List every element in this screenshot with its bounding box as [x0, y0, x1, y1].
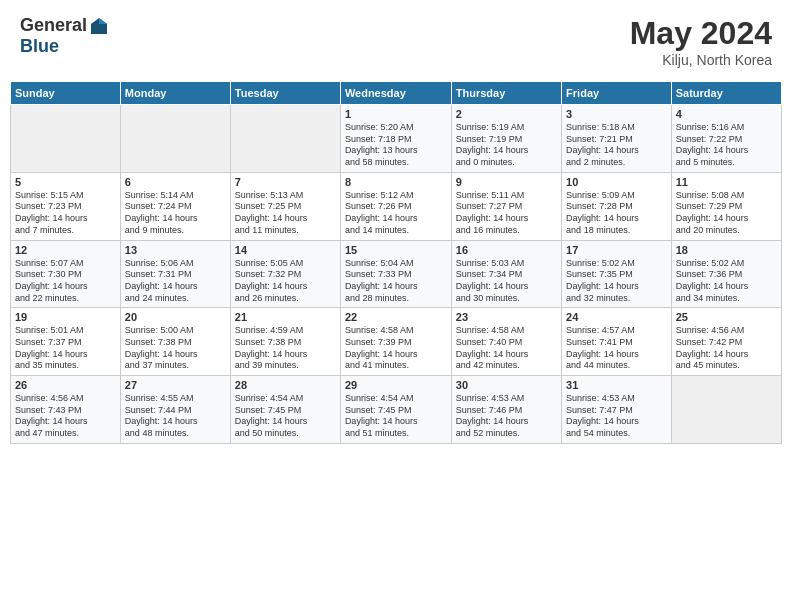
- logo: General Blue: [20, 15, 109, 57]
- calendar-cell: [671, 376, 781, 444]
- calendar-cell: [230, 105, 340, 173]
- calendar-cell: [11, 105, 121, 173]
- day-number: 3: [566, 108, 667, 120]
- logo-blue-text: Blue: [20, 36, 59, 57]
- cell-content: Sunrise: 5:13 AMSunset: 7:25 PMDaylight:…: [235, 190, 336, 237]
- logo-icon: [89, 16, 109, 36]
- calendar-cell: 29Sunrise: 4:54 AMSunset: 7:45 PMDayligh…: [340, 376, 451, 444]
- calendar-cell: 14Sunrise: 5:05 AMSunset: 7:32 PMDayligh…: [230, 240, 340, 308]
- day-number: 25: [676, 311, 777, 323]
- calendar-cell: 6Sunrise: 5:14 AMSunset: 7:24 PMDaylight…: [120, 172, 230, 240]
- day-number: 30: [456, 379, 557, 391]
- calendar-cell: 7Sunrise: 5:13 AMSunset: 7:25 PMDaylight…: [230, 172, 340, 240]
- calendar-cell: 4Sunrise: 5:16 AMSunset: 7:22 PMDaylight…: [671, 105, 781, 173]
- cell-content: Sunrise: 5:04 AMSunset: 7:33 PMDaylight:…: [345, 258, 447, 305]
- cell-content: Sunrise: 4:54 AMSunset: 7:45 PMDaylight:…: [345, 393, 447, 440]
- cell-content: Sunrise: 5:11 AMSunset: 7:27 PMDaylight:…: [456, 190, 557, 237]
- day-number: 12: [15, 244, 116, 256]
- calendar-cell: 19Sunrise: 5:01 AMSunset: 7:37 PMDayligh…: [11, 308, 121, 376]
- cell-content: Sunrise: 4:58 AMSunset: 7:40 PMDaylight:…: [456, 325, 557, 372]
- day-number: 21: [235, 311, 336, 323]
- day-header-thursday: Thursday: [451, 82, 561, 105]
- day-number: 26: [15, 379, 116, 391]
- calendar-week-row: 19Sunrise: 5:01 AMSunset: 7:37 PMDayligh…: [11, 308, 782, 376]
- day-number: 24: [566, 311, 667, 323]
- day-number: 7: [235, 176, 336, 188]
- cell-content: Sunrise: 4:56 AMSunset: 7:43 PMDaylight:…: [15, 393, 116, 440]
- day-header-saturday: Saturday: [671, 82, 781, 105]
- day-number: 18: [676, 244, 777, 256]
- cell-content: Sunrise: 5:09 AMSunset: 7:28 PMDaylight:…: [566, 190, 667, 237]
- day-number: 14: [235, 244, 336, 256]
- calendar-cell: 12Sunrise: 5:07 AMSunset: 7:30 PMDayligh…: [11, 240, 121, 308]
- calendar-cell: 2Sunrise: 5:19 AMSunset: 7:19 PMDaylight…: [451, 105, 561, 173]
- calendar-cell: 9Sunrise: 5:11 AMSunset: 7:27 PMDaylight…: [451, 172, 561, 240]
- calendar-cell: 22Sunrise: 4:58 AMSunset: 7:39 PMDayligh…: [340, 308, 451, 376]
- cell-content: Sunrise: 4:56 AMSunset: 7:42 PMDaylight:…: [676, 325, 777, 372]
- day-number: 28: [235, 379, 336, 391]
- day-number: 8: [345, 176, 447, 188]
- day-number: 10: [566, 176, 667, 188]
- day-header-sunday: Sunday: [11, 82, 121, 105]
- calendar-cell: 23Sunrise: 4:58 AMSunset: 7:40 PMDayligh…: [451, 308, 561, 376]
- cell-content: Sunrise: 4:53 AMSunset: 7:46 PMDaylight:…: [456, 393, 557, 440]
- calendar-cell: 28Sunrise: 4:54 AMSunset: 7:45 PMDayligh…: [230, 376, 340, 444]
- day-header-wednesday: Wednesday: [340, 82, 451, 105]
- logo-general-text: General: [20, 15, 87, 36]
- cell-content: Sunrise: 5:16 AMSunset: 7:22 PMDaylight:…: [676, 122, 777, 169]
- day-number: 1: [345, 108, 447, 120]
- calendar-cell: 17Sunrise: 5:02 AMSunset: 7:35 PMDayligh…: [562, 240, 672, 308]
- calendar-cell: 25Sunrise: 4:56 AMSunset: 7:42 PMDayligh…: [671, 308, 781, 376]
- day-number: 11: [676, 176, 777, 188]
- cell-content: Sunrise: 5:06 AMSunset: 7:31 PMDaylight:…: [125, 258, 226, 305]
- calendar: SundayMondayTuesdayWednesdayThursdayFrid…: [10, 81, 782, 444]
- calendar-cell: 21Sunrise: 4:59 AMSunset: 7:38 PMDayligh…: [230, 308, 340, 376]
- month-title: May 2024: [630, 15, 772, 52]
- day-number: 13: [125, 244, 226, 256]
- day-number: 29: [345, 379, 447, 391]
- day-number: 19: [15, 311, 116, 323]
- day-number: 2: [456, 108, 557, 120]
- day-number: 31: [566, 379, 667, 391]
- cell-content: Sunrise: 5:07 AMSunset: 7:30 PMDaylight:…: [15, 258, 116, 305]
- calendar-cell: 27Sunrise: 4:55 AMSunset: 7:44 PMDayligh…: [120, 376, 230, 444]
- cell-content: Sunrise: 5:02 AMSunset: 7:35 PMDaylight:…: [566, 258, 667, 305]
- calendar-week-row: 26Sunrise: 4:56 AMSunset: 7:43 PMDayligh…: [11, 376, 782, 444]
- calendar-week-row: 1Sunrise: 5:20 AMSunset: 7:18 PMDaylight…: [11, 105, 782, 173]
- calendar-cell: 31Sunrise: 4:53 AMSunset: 7:47 PMDayligh…: [562, 376, 672, 444]
- location: Kilju, North Korea: [630, 52, 772, 68]
- page-header: General Blue May 2024 Kilju, North Korea: [10, 10, 782, 73]
- calendar-cell: 1Sunrise: 5:20 AMSunset: 7:18 PMDaylight…: [340, 105, 451, 173]
- calendar-header-row: SundayMondayTuesdayWednesdayThursdayFrid…: [11, 82, 782, 105]
- cell-content: Sunrise: 4:58 AMSunset: 7:39 PMDaylight:…: [345, 325, 447, 372]
- day-header-friday: Friday: [562, 82, 672, 105]
- calendar-cell: 30Sunrise: 4:53 AMSunset: 7:46 PMDayligh…: [451, 376, 561, 444]
- day-number: 5: [15, 176, 116, 188]
- cell-content: Sunrise: 5:02 AMSunset: 7:36 PMDaylight:…: [676, 258, 777, 305]
- cell-content: Sunrise: 5:20 AMSunset: 7:18 PMDaylight:…: [345, 122, 447, 169]
- cell-content: Sunrise: 5:19 AMSunset: 7:19 PMDaylight:…: [456, 122, 557, 169]
- day-number: 23: [456, 311, 557, 323]
- cell-content: Sunrise: 5:00 AMSunset: 7:38 PMDaylight:…: [125, 325, 226, 372]
- calendar-cell: 13Sunrise: 5:06 AMSunset: 7:31 PMDayligh…: [120, 240, 230, 308]
- cell-content: Sunrise: 4:53 AMSunset: 7:47 PMDaylight:…: [566, 393, 667, 440]
- calendar-cell: 15Sunrise: 5:04 AMSunset: 7:33 PMDayligh…: [340, 240, 451, 308]
- calendar-week-row: 12Sunrise: 5:07 AMSunset: 7:30 PMDayligh…: [11, 240, 782, 308]
- calendar-cell: 3Sunrise: 5:18 AMSunset: 7:21 PMDaylight…: [562, 105, 672, 173]
- calendar-cell: 8Sunrise: 5:12 AMSunset: 7:26 PMDaylight…: [340, 172, 451, 240]
- day-number: 4: [676, 108, 777, 120]
- calendar-cell: 18Sunrise: 5:02 AMSunset: 7:36 PMDayligh…: [671, 240, 781, 308]
- calendar-cell: 20Sunrise: 5:00 AMSunset: 7:38 PMDayligh…: [120, 308, 230, 376]
- cell-content: Sunrise: 4:57 AMSunset: 7:41 PMDaylight:…: [566, 325, 667, 372]
- cell-content: Sunrise: 5:08 AMSunset: 7:29 PMDaylight:…: [676, 190, 777, 237]
- day-number: 20: [125, 311, 226, 323]
- calendar-cell: 10Sunrise: 5:09 AMSunset: 7:28 PMDayligh…: [562, 172, 672, 240]
- cell-content: Sunrise: 4:55 AMSunset: 7:44 PMDaylight:…: [125, 393, 226, 440]
- day-number: 17: [566, 244, 667, 256]
- svg-marker-1: [99, 18, 107, 24]
- cell-content: Sunrise: 5:01 AMSunset: 7:37 PMDaylight:…: [15, 325, 116, 372]
- cell-content: Sunrise: 5:14 AMSunset: 7:24 PMDaylight:…: [125, 190, 226, 237]
- day-number: 22: [345, 311, 447, 323]
- calendar-cell: 26Sunrise: 4:56 AMSunset: 7:43 PMDayligh…: [11, 376, 121, 444]
- day-number: 15: [345, 244, 447, 256]
